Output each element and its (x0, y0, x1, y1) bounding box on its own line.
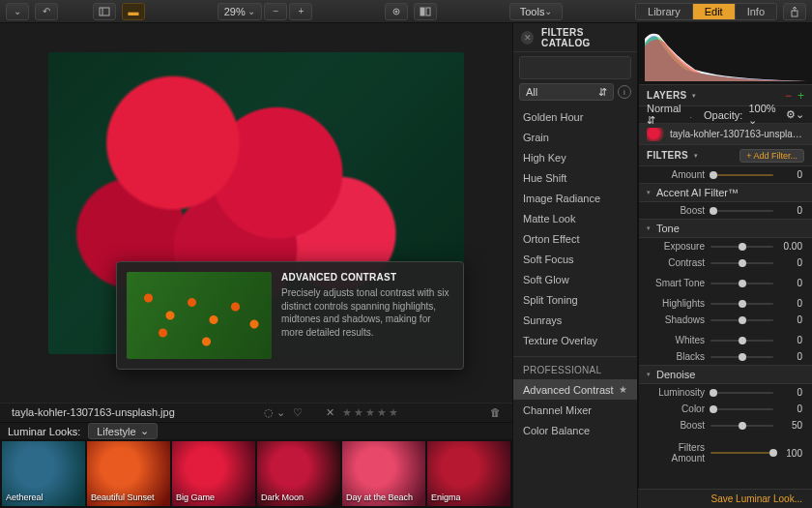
slider-track[interactable] (710, 210, 773, 212)
look-item[interactable]: Aethereal (2, 441, 85, 506)
catalog-item[interactable]: Orton Effect (513, 228, 637, 249)
slider-value: 0 (779, 403, 802, 414)
tools-menu[interactable]: Tools⌄ (509, 3, 564, 20)
slider-value: 0 (779, 314, 802, 325)
info-icon[interactable]: i (618, 85, 631, 99)
look-item[interactable]: Day at the Beach (342, 441, 425, 506)
slider-row: Boost 0 (639, 202, 812, 219)
filter-group-header[interactable]: ▾Accent AI Filter™ (639, 183, 812, 202)
slider-track[interactable] (710, 408, 773, 410)
catalog-item[interactable]: Split Toning (513, 289, 637, 310)
preview-icon[interactable] (385, 3, 408, 20)
filter-group-header[interactable]: ▾Denoise (639, 365, 812, 384)
layer-name: tayla-kohler-1307163-unsplash.jpg (670, 129, 804, 139)
slider-value: 0 (779, 278, 802, 288)
slider-label: Boost (649, 420, 705, 431)
slider-row: Color 0 (639, 401, 812, 417)
slider-value: 0 (779, 169, 802, 180)
catalog-item[interactable]: Color Balance (513, 420, 637, 440)
slider-row: Luminosity 0 (639, 384, 812, 401)
catalog-title: FILTERS CATALOG (541, 27, 629, 48)
remove-layer-icon[interactable]: − (785, 89, 792, 103)
slider-label: Blacks (649, 351, 705, 362)
look-item[interactable]: Dark Moon (257, 441, 340, 506)
histogram[interactable] (639, 23, 812, 85)
gear-icon[interactable]: ⚙⌄ (786, 108, 804, 121)
slider-track[interactable] (710, 303, 773, 305)
flag-icon[interactable]: ◌ ⌄ (264, 406, 285, 419)
looks-category-select[interactable]: Lifestyle ⌄ (88, 423, 157, 439)
look-item[interactable]: Big Game (172, 441, 255, 506)
catalog-item[interactable]: Soft Focus (513, 249, 637, 269)
look-item[interactable]: Beautiful Sunset (87, 441, 170, 506)
slider-track[interactable] (710, 425, 773, 427)
slider-row: Filters Amount 100 (639, 439, 812, 466)
tooltip-title: ADVANCED CONTRAST (281, 272, 453, 283)
slider-track[interactable] (710, 283, 773, 284)
catalog-item[interactable]: Golden Hour (513, 106, 637, 127)
catalog-search[interactable] (519, 56, 631, 79)
star-rating[interactable]: ★★★★★ (342, 406, 400, 419)
zoom-out-button[interactable]: − (264, 3, 287, 20)
catalog-item[interactable]: Matte Look (513, 208, 637, 228)
tab-edit[interactable]: Edit (693, 4, 736, 19)
search-input[interactable] (532, 63, 654, 74)
layer-thumb (647, 128, 664, 141)
sidebar-toggle-icon[interactable] (93, 3, 116, 20)
catalog-item[interactable]: Image Radiance (513, 188, 637, 208)
dropdown-icon[interactable]: ⌄ (6, 3, 29, 20)
slider-value: 0 (779, 387, 802, 398)
looks-bar: Luminar Looks: Lifestyle ⌄ (0, 422, 512, 439)
slider-track[interactable] (710, 174, 773, 176)
catalog-item[interactable]: Soft Glow (513, 269, 637, 289)
image-canvas[interactable]: ADVANCED CONTRAST Precisely adjusts tona… (0, 23, 512, 403)
svg-rect-4 (420, 8, 424, 15)
slider-track[interactable] (710, 452, 773, 454)
tab-info[interactable]: Info (736, 4, 776, 19)
layer-row[interactable]: tayla-kohler-1307163-unsplash.jpg (639, 124, 812, 145)
reject-icon[interactable]: ✕ (326, 406, 334, 419)
looks-strip: Aethereal Beautiful Sunset Big Game Dark… (0, 439, 512, 508)
catalog-item[interactable]: Texture Overlay (513, 330, 637, 350)
filmstrip-toggle-icon[interactable]: ▬ (122, 3, 145, 20)
save-look-row[interactable]: Save Luminar Look... (638, 489, 812, 508)
slider-value: 0 (779, 351, 802, 362)
close-icon[interactable]: ✕ (521, 31, 534, 45)
catalog-list: Golden Hour Grain High Key Hue Shift Ima… (513, 105, 637, 508)
slider-track[interactable] (710, 356, 773, 358)
add-filter-button[interactable]: + Add Filter... (740, 149, 804, 163)
catalog-item[interactable]: High Key (513, 147, 637, 167)
undo-icon[interactable]: ↶ (35, 3, 58, 20)
trash-icon[interactable]: 🗑 (490, 406, 501, 418)
catalog-item[interactable]: Hue Shift (513, 167, 637, 188)
category-select[interactable]: All⇵ (519, 83, 614, 101)
slider-value: 0.00 (779, 241, 802, 252)
slider-row: Smart Tone 0 (639, 275, 812, 291)
look-item[interactable]: Enigma (427, 441, 510, 506)
slider-track[interactable] (710, 340, 773, 342)
slider-track[interactable] (710, 246, 773, 248)
share-icon[interactable] (783, 3, 806, 20)
top-toolbar: ⌄ ↶ ▬ 29% ⌄ − + Tools⌄ Library Edit Info (0, 0, 812, 23)
add-layer-icon[interactable]: + (798, 89, 804, 103)
filter-group-header[interactable]: ▾Tone (639, 219, 812, 238)
catalog-item[interactable]: Channel Mixer (513, 400, 637, 420)
slider-label: Contrast (649, 257, 705, 268)
filters-header[interactable]: FILTERS▾ + Add Filter... (639, 145, 812, 166)
tab-library[interactable]: Library (636, 4, 693, 19)
catalog-item[interactable]: Sunrays (513, 310, 637, 330)
heart-icon[interactable]: ♡ (293, 406, 303, 419)
slider-row: Highlights 0 (639, 295, 812, 312)
favorite-icon[interactable]: ★ (619, 384, 627, 395)
slider-track[interactable] (710, 319, 773, 321)
zoom-in-button[interactable]: + (289, 3, 312, 20)
filename-label: tayla-kohler-1307163-unsplash.jpg (12, 406, 175, 418)
catalog-item[interactable]: Grain (513, 127, 637, 147)
catalog-item[interactable]: Advanced Contrast★ (513, 379, 637, 400)
slider-track[interactable] (710, 392, 773, 394)
chevron-down-icon: ▾ (694, 152, 698, 160)
slider-track[interactable] (710, 262, 773, 264)
compare-icon[interactable] (414, 3, 437, 20)
slider-label: Amount (649, 169, 705, 180)
zoom-level[interactable]: 29% ⌄ (218, 3, 263, 20)
